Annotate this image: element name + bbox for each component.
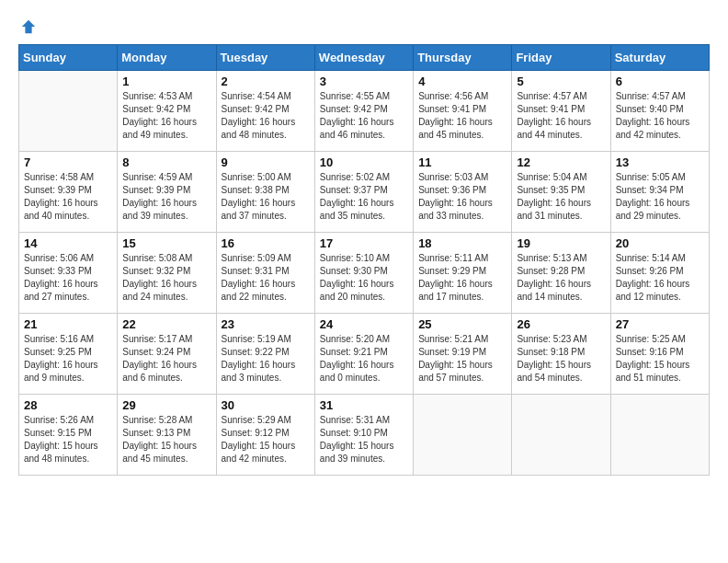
- day-info: Sunrise: 5:14 AM Sunset: 9:26 PM Dayligh…: [616, 252, 704, 304]
- day-info: Sunrise: 4:57 AM Sunset: 9:41 PM Dayligh…: [517, 90, 605, 142]
- day-info: Sunrise: 5:02 AM Sunset: 9:37 PM Dayligh…: [320, 171, 408, 223]
- calendar-cell: 10Sunrise: 5:02 AM Sunset: 9:37 PM Dayli…: [314, 152, 413, 233]
- day-info: Sunrise: 5:31 AM Sunset: 9:10 PM Dayligh…: [320, 414, 408, 465]
- day-number: 29: [122, 398, 210, 412]
- calendar-cell: [19, 71, 118, 152]
- day-info: Sunrise: 5:21 AM Sunset: 9:19 PM Dayligh…: [418, 333, 506, 385]
- calendar-cell: 28Sunrise: 5:26 AM Sunset: 9:15 PM Dayli…: [19, 395, 118, 476]
- day-info: Sunrise: 5:17 AM Sunset: 9:24 PM Dayligh…: [122, 333, 210, 385]
- calendar-cell: 8Sunrise: 4:59 AM Sunset: 9:39 PM Daylig…: [118, 152, 216, 233]
- day-info: Sunrise: 5:08 AM Sunset: 9:32 PM Dayligh…: [122, 252, 210, 304]
- page-header: [18, 18, 710, 35]
- day-number: 6: [616, 75, 704, 88]
- day-number: 23: [222, 317, 310, 331]
- day-number: 10: [320, 155, 408, 169]
- day-info: Sunrise: 5:29 AM Sunset: 9:12 PM Dayligh…: [222, 414, 310, 465]
- calendar-cell: 1Sunrise: 4:53 AM Sunset: 9:42 PM Daylig…: [118, 71, 216, 152]
- calendar-cell: [512, 395, 610, 476]
- day-number: 13: [616, 155, 704, 169]
- day-info: Sunrise: 5:00 AM Sunset: 9:38 PM Dayligh…: [222, 171, 310, 223]
- day-info: Sunrise: 5:03 AM Sunset: 9:36 PM Dayligh…: [418, 171, 506, 223]
- day-info: Sunrise: 4:54 AM Sunset: 9:42 PM Dayligh…: [222, 90, 310, 142]
- calendar-cell: 21Sunrise: 5:16 AM Sunset: 9:25 PM Dayli…: [19, 314, 118, 395]
- calendar-cell: 6Sunrise: 4:57 AM Sunset: 9:40 PM Daylig…: [610, 71, 709, 152]
- day-number: 8: [122, 155, 210, 169]
- day-number: 7: [24, 155, 112, 169]
- calendar-cell: 22Sunrise: 5:17 AM Sunset: 9:24 PM Dayli…: [118, 314, 216, 395]
- day-number: 16: [222, 236, 310, 250]
- column-header-saturday: Saturday: [610, 45, 709, 71]
- column-header-sunday: Sunday: [19, 45, 118, 71]
- day-number: 3: [320, 75, 408, 88]
- day-number: 14: [24, 236, 112, 250]
- day-number: 9: [222, 155, 310, 169]
- day-number: 28: [24, 398, 112, 412]
- calendar-cell: 15Sunrise: 5:08 AM Sunset: 9:32 PM Dayli…: [118, 233, 216, 314]
- day-info: Sunrise: 5:19 AM Sunset: 9:22 PM Dayligh…: [222, 333, 310, 385]
- calendar-cell: 7Sunrise: 4:58 AM Sunset: 9:39 PM Daylig…: [19, 152, 118, 233]
- calendar-cell: 27Sunrise: 5:25 AM Sunset: 9:16 PM Dayli…: [610, 314, 709, 395]
- logo-icon: [20, 18, 37, 35]
- day-number: 24: [320, 317, 408, 331]
- column-header-friday: Friday: [512, 45, 610, 71]
- day-number: 22: [122, 317, 210, 331]
- column-header-wednesday: Wednesday: [314, 45, 413, 71]
- calendar-cell: 3Sunrise: 4:55 AM Sunset: 9:42 PM Daylig…: [314, 71, 413, 152]
- day-info: Sunrise: 5:13 AM Sunset: 9:28 PM Dayligh…: [517, 252, 605, 304]
- calendar-cell: 2Sunrise: 4:54 AM Sunset: 9:42 PM Daylig…: [216, 71, 314, 152]
- day-number: 27: [616, 317, 704, 331]
- day-number: 12: [517, 155, 605, 169]
- calendar-cell: 19Sunrise: 5:13 AM Sunset: 9:28 PM Dayli…: [512, 233, 610, 314]
- day-number: 2: [222, 75, 310, 88]
- calendar-cell: 5Sunrise: 4:57 AM Sunset: 9:41 PM Daylig…: [512, 71, 610, 152]
- calendar-cell: 14Sunrise: 5:06 AM Sunset: 9:33 PM Dayli…: [19, 233, 118, 314]
- day-info: Sunrise: 5:25 AM Sunset: 9:16 PM Dayligh…: [616, 333, 704, 385]
- day-info: Sunrise: 4:56 AM Sunset: 9:41 PM Dayligh…: [418, 90, 506, 142]
- day-info: Sunrise: 4:53 AM Sunset: 9:42 PM Dayligh…: [122, 90, 210, 142]
- calendar-cell: 29Sunrise: 5:28 AM Sunset: 9:13 PM Dayli…: [118, 395, 216, 476]
- column-header-monday: Monday: [118, 45, 216, 71]
- calendar-cell: 12Sunrise: 5:04 AM Sunset: 9:35 PM Dayli…: [512, 152, 610, 233]
- day-info: Sunrise: 4:55 AM Sunset: 9:42 PM Dayligh…: [320, 90, 408, 142]
- day-number: 17: [320, 236, 408, 250]
- calendar-cell: 26Sunrise: 5:23 AM Sunset: 9:18 PM Dayli…: [512, 314, 610, 395]
- calendar-cell: 9Sunrise: 5:00 AM Sunset: 9:38 PM Daylig…: [216, 152, 314, 233]
- calendar-cell: 11Sunrise: 5:03 AM Sunset: 9:36 PM Dayli…: [414, 152, 512, 233]
- calendar-header-row: SundayMondayTuesdayWednesdayThursdayFrid…: [19, 45, 710, 71]
- calendar-cell: 17Sunrise: 5:10 AM Sunset: 9:30 PM Dayli…: [314, 233, 413, 314]
- column-header-tuesday: Tuesday: [216, 45, 314, 71]
- week-row-3: 14Sunrise: 5:06 AM Sunset: 9:33 PM Dayli…: [19, 233, 710, 314]
- day-number: 5: [517, 75, 605, 88]
- day-info: Sunrise: 5:16 AM Sunset: 9:25 PM Dayligh…: [24, 333, 112, 385]
- day-number: 15: [122, 236, 210, 250]
- calendar-cell: 20Sunrise: 5:14 AM Sunset: 9:26 PM Dayli…: [610, 233, 709, 314]
- day-info: Sunrise: 5:10 AM Sunset: 9:30 PM Dayligh…: [320, 252, 408, 304]
- day-number: 1: [122, 75, 210, 88]
- day-info: Sunrise: 5:26 AM Sunset: 9:15 PM Dayligh…: [24, 414, 112, 465]
- day-number: 31: [320, 398, 408, 412]
- calendar-cell: 4Sunrise: 4:56 AM Sunset: 9:41 PM Daylig…: [414, 71, 512, 152]
- week-row-2: 7Sunrise: 4:58 AM Sunset: 9:39 PM Daylig…: [19, 152, 710, 233]
- day-info: Sunrise: 4:58 AM Sunset: 9:39 PM Dayligh…: [24, 171, 112, 223]
- day-info: Sunrise: 5:20 AM Sunset: 9:21 PM Dayligh…: [320, 333, 408, 385]
- day-number: 18: [418, 236, 506, 250]
- calendar-cell: 16Sunrise: 5:09 AM Sunset: 9:31 PM Dayli…: [216, 233, 314, 314]
- day-info: Sunrise: 5:06 AM Sunset: 9:33 PM Dayligh…: [24, 252, 112, 304]
- calendar-cell: [414, 395, 512, 476]
- day-number: 19: [517, 236, 605, 250]
- day-number: 4: [418, 75, 506, 88]
- week-row-1: 1Sunrise: 4:53 AM Sunset: 9:42 PM Daylig…: [19, 71, 710, 152]
- svg-marker-0: [22, 20, 35, 33]
- calendar-table: SundayMondayTuesdayWednesdayThursdayFrid…: [18, 44, 710, 476]
- calendar-cell: [610, 395, 709, 476]
- calendar-cell: 18Sunrise: 5:11 AM Sunset: 9:29 PM Dayli…: [414, 233, 512, 314]
- day-number: 30: [222, 398, 310, 412]
- day-number: 11: [418, 155, 506, 169]
- column-header-thursday: Thursday: [414, 45, 512, 71]
- day-number: 25: [418, 317, 506, 331]
- week-row-5: 28Sunrise: 5:26 AM Sunset: 9:15 PM Dayli…: [19, 395, 710, 476]
- day-info: Sunrise: 5:11 AM Sunset: 9:29 PM Dayligh…: [418, 252, 506, 304]
- day-number: 26: [517, 317, 605, 331]
- day-info: Sunrise: 4:57 AM Sunset: 9:40 PM Dayligh…: [616, 90, 704, 142]
- day-info: Sunrise: 5:09 AM Sunset: 9:31 PM Dayligh…: [222, 252, 310, 304]
